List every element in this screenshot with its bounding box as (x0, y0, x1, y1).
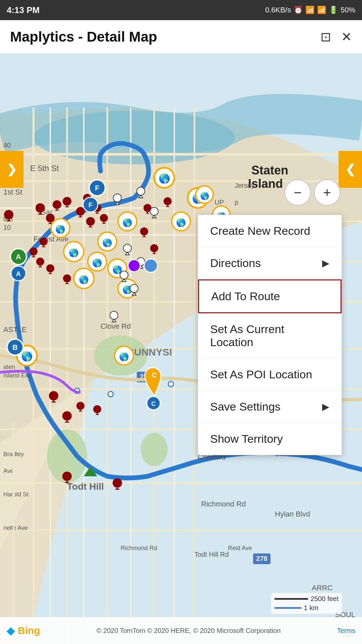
svg-text:SUNNYSI: SUNNYSI (127, 346, 172, 358)
svg-text:Todt Hill Rd: Todt Hill Rd (194, 551, 229, 558)
menu-item-directions[interactable]: Directions ▶ (198, 247, 342, 279)
svg-text:Reid Ave: Reid Ave (228, 545, 252, 551)
svg-text:UP: UP (215, 199, 224, 206)
svg-text:rielle Ave: rielle Ave (3, 525, 28, 531)
svg-text:Jersey: Jersey (235, 182, 254, 189)
svg-point-27 (47, 429, 87, 483)
map-scale: 2500 feet 1 km (271, 593, 342, 614)
svg-text:p: p (235, 199, 238, 206)
bing-icon: ◆ (7, 625, 14, 637)
menu-item-show-territory[interactable]: Show Territory (198, 423, 342, 455)
map-footer: ◆ Bing © 2020 TomTom © 2020 HERE, © 2020… (0, 617, 362, 644)
menu-item-set-current-location-label: Set As Current Location (210, 323, 329, 349)
save-settings-arrow-icon: ▶ (322, 401, 329, 412)
svg-point-28 (141, 433, 168, 466)
status-time: 4:13 PM (7, 5, 40, 15)
right-arrow-icon: ❮ (345, 162, 355, 176)
battery-level: 50% (341, 6, 355, 14)
zoom-out-button[interactable]: − (284, 179, 311, 206)
bing-label: Bing (18, 625, 40, 636)
network-speed: 0.6KB/s (265, 6, 291, 14)
menu-item-set-poi[interactable]: Set As POI Location (198, 359, 342, 391)
svg-point-34 (108, 391, 113, 397)
battery-icon: 🔋 (329, 6, 338, 14)
scale-label-feet: 2500 feet (311, 595, 339, 603)
directions-arrow-icon: ▶ (322, 258, 329, 269)
svg-text:Richmond Rd: Richmond Rd (121, 545, 157, 551)
expand-icon[interactable]: ⊡ (320, 30, 331, 44)
svg-text:ARRC: ARRC (312, 584, 333, 592)
footer-copyright: © 2020 TomTom © 2020 HERE, © 2020 Micros… (97, 627, 281, 635)
menu-item-create-record[interactable]: Create New Record (198, 215, 342, 247)
menu-item-set-poi-label: Set As POI Location (210, 368, 312, 381)
wifi-icon: 📶 (317, 6, 326, 14)
title-bar: Maplytics - Detail Map ⊡ ✕ (0, 20, 362, 54)
menu-item-set-current-location[interactable]: Set As Current Location (198, 313, 342, 359)
svg-text:ten: ten (3, 215, 13, 223)
svg-text:Staten: Staten (251, 163, 288, 177)
svg-text:1st St: 1st St (3, 188, 22, 196)
svg-text:Harold St: Harold St (3, 491, 28, 498)
menu-item-directions-label: Directions (210, 257, 261, 270)
status-icons: 0.6KB/s ⏰ 📶 📶 🔋 50% (265, 6, 355, 14)
menu-item-save-settings-label: Save Settings (210, 400, 281, 413)
menu-item-add-route[interactable]: Add To Route (198, 279, 342, 313)
close-icon[interactable]: ✕ (341, 30, 352, 44)
svg-text:Clove Rd: Clove Rd (101, 322, 131, 330)
menu-item-save-settings[interactable]: Save Settings ▶ (198, 391, 342, 423)
svg-text:Richmond Rd: Richmond Rd (201, 500, 246, 508)
svg-text:ham: ham (54, 219, 67, 226)
menu-item-show-territory-label: Show Territory (210, 432, 283, 445)
nav-arrow-right[interactable]: ❮ (339, 151, 362, 188)
svg-text:10: 10 (3, 224, 11, 231)
left-arrow-icon: ❯ (7, 162, 17, 176)
svg-text:40: 40 (3, 142, 11, 149)
title-actions: ⊡ ✕ (320, 30, 352, 44)
status-bar: 4:13 PM 0.6KB/s ⏰ 📶 📶 🔋 50% (0, 0, 362, 20)
bing-logo: ◆ Bing (7, 625, 40, 637)
footer-terms[interactable]: Terms (337, 627, 355, 635)
svg-text:Gar: Gar (40, 208, 53, 216)
svg-text:ASTLE: ASTLE (3, 325, 27, 334)
zoom-in-button[interactable]: + (314, 179, 341, 206)
alarm-icon: ⏰ (294, 6, 303, 14)
signal-icon: 📶 (305, 6, 314, 14)
svg-text:Ave: Ave (3, 468, 14, 474)
svg-text:aten: aten (3, 364, 15, 370)
svg-text:Todt Hill: Todt Hill (67, 481, 104, 492)
map-container[interactable]: 278 278 Staten Island E 5th St Forest Av… (0, 54, 362, 644)
svg-text:Hylan Blvd: Hylan Blvd (275, 510, 310, 518)
context-menu: Create New Record Directions ▶ Add To Ro… (198, 215, 342, 455)
page-title: Maplytics - Detail Map (10, 29, 157, 45)
menu-item-create-record-label: Create New Record (210, 224, 310, 237)
menu-item-add-route-label: Add To Route (211, 290, 280, 303)
svg-text:278: 278 (256, 555, 267, 562)
zoom-controls: − + (283, 178, 342, 207)
svg-text:Forest Ave: Forest Ave (34, 235, 69, 243)
scale-label-km: 1 km (304, 604, 318, 612)
svg-point-35 (168, 381, 174, 387)
svg-text:E 5th St: E 5th St (30, 164, 59, 173)
nav-arrow-left[interactable]: ❯ (0, 151, 23, 188)
